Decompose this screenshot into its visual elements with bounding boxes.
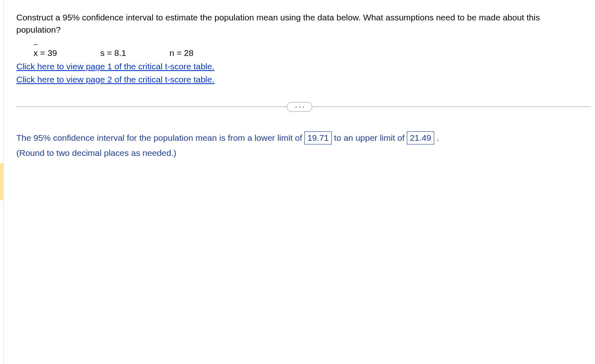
ellipsis-dot-icon [299,107,300,108]
upper-limit-input[interactable]: 21.49 [407,131,434,144]
link-t-table-page-1[interactable]: Click here to view page 1 of the critica… [16,62,215,71]
lower-limit-input[interactable]: 19.71 [304,131,332,144]
answer-sentence: The 95% confidence interval for the popu… [16,131,583,144]
answer-block: The 95% confidence interval for the popu… [16,131,583,159]
ellipsis-dot-icon [303,107,304,108]
stat-s: s = 8.1 [100,47,127,59]
section-separator [16,102,583,111]
page-wrap: Construct a 95% confidence interval to e… [0,0,595,364]
question-prompt: Construct a 95% confidence interval to e… [16,11,583,36]
stat-n: n = 28 [169,47,193,59]
left-rail-highlight [0,163,3,200]
stats-row: x = 39 s = 8.1 n = 28 [33,47,583,59]
answer-text-between: to an upper limit of [334,133,407,142]
answer-text-pre-lower: The 95% confidence interval for the popu… [16,133,304,142]
xbar-label: x [33,48,38,58]
link-row: Click here to view page 1 of the critica… [16,60,583,86]
xbar-overline-icon [33,44,38,45]
content-area: Construct a 95% confidence interval to e… [0,0,595,171]
rounding-note: (Round to two decimal places as needed.) [16,147,583,159]
link-t-table-page-2[interactable]: Click here to view page 2 of the critica… [16,75,215,84]
stat-xbar: x = 39 [33,47,57,59]
xbar-value: = 39 [38,48,57,58]
expand-collapse-button[interactable] [287,102,312,112]
ellipsis-dot-icon [295,107,297,108]
answer-text-post-upper: . [437,133,439,142]
